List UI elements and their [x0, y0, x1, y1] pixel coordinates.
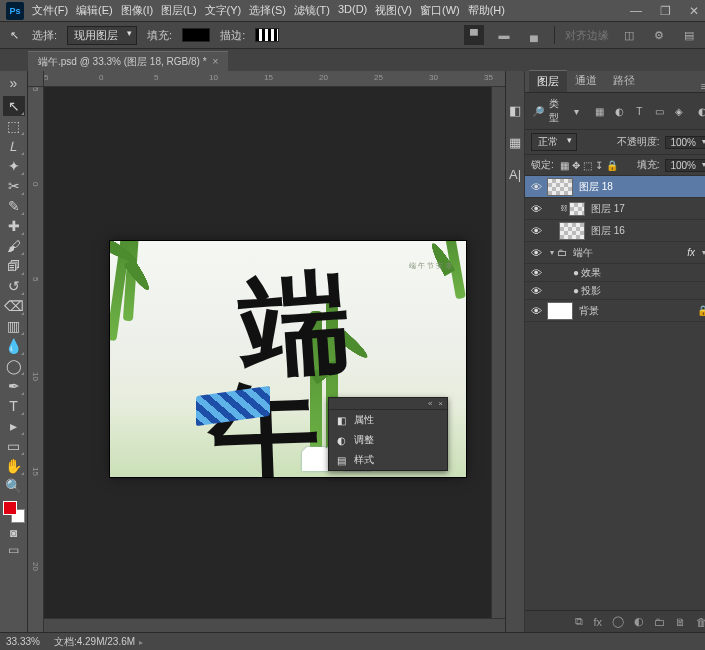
layer-thumbnail[interactable]: [547, 302, 573, 320]
floater-item-调整[interactable]: ◐调整: [329, 430, 447, 450]
hand-tool[interactable]: ✋: [3, 456, 25, 476]
lasso-tool[interactable]: 𝘓: [3, 136, 25, 156]
visibility-toggle-icon[interactable]: 👁: [525, 305, 547, 317]
menu-选择[interactable]: 选择(S): [245, 1, 290, 20]
restore-button[interactable]: ❐: [660, 4, 671, 18]
fx-icon[interactable]: fx: [593, 616, 602, 628]
swatches-icon[interactable]: ▦: [506, 133, 524, 151]
toolbar-toggle-icon[interactable]: »: [3, 73, 25, 93]
layer-list[interactable]: 👁图层 18👁⛓图层 17👁图层 16👁▾🗀端午fx▾👁●效果👁●投影👁背景🔒: [525, 176, 705, 610]
menu-视图[interactable]: 视图(V): [371, 1, 416, 20]
layer-name[interactable]: 背景: [579, 304, 697, 318]
mask-icon[interactable]: ◯: [612, 615, 624, 628]
visibility-toggle-icon[interactable]: 👁: [525, 225, 547, 237]
color-swatches[interactable]: [3, 501, 25, 523]
color-picker-icon[interactable]: ◧: [506, 101, 524, 119]
panel-menu-icon[interactable]: ≡: [697, 80, 705, 92]
rectangle-tool[interactable]: ▭: [3, 436, 25, 456]
layer-row[interactable]: 👁图层 16: [525, 220, 705, 242]
menu-帮助[interactable]: 帮助(H): [464, 1, 509, 20]
align-bottom-icon[interactable]: ▄: [524, 25, 544, 45]
move-tool[interactable]: ↖: [3, 96, 25, 116]
document-tab[interactable]: 端午.psd @ 33.3% (图层 18, RGB/8) * ×: [28, 51, 228, 71]
panel-tab-路径[interactable]: 路径: [605, 70, 643, 92]
lock-artboard-icon[interactable]: ⬚: [583, 160, 592, 171]
layer-row[interactable]: 👁●效果: [525, 264, 705, 282]
dodge-tool[interactable]: ◯: [3, 356, 25, 376]
eraser-tool[interactable]: ⌫: [3, 296, 25, 316]
clone-stamp-tool[interactable]: 🗊: [3, 256, 25, 276]
filter-type-icon[interactable]: T: [631, 103, 647, 119]
vertical-scrollbar[interactable]: [491, 87, 505, 618]
layer-row[interactable]: 👁图层 18: [525, 176, 705, 198]
quick-mask-icon[interactable]: ◙: [3, 526, 25, 540]
menu-文件[interactable]: 文件(F): [28, 1, 72, 20]
search-icon[interactable]: 🔎: [531, 103, 545, 119]
align-middle-icon[interactable]: ▬: [494, 25, 514, 45]
filter-pixel-icon[interactable]: ▦: [591, 103, 607, 119]
stroke-swatch[interactable]: [255, 28, 279, 42]
gradient-tool[interactable]: ▥: [3, 316, 25, 336]
floater-close-icon[interactable]: ×: [438, 399, 443, 408]
filter-smart-icon[interactable]: ◈: [671, 103, 687, 119]
collapsed-properties-panel[interactable]: « × ◧属性◐调整▤样式: [328, 397, 448, 471]
align-top-icon[interactable]: ▀: [464, 25, 484, 45]
horizontal-scrollbar[interactable]: [44, 618, 505, 632]
layer-name[interactable]: 效果: [581, 266, 705, 280]
adjustment-layer-icon[interactable]: ◐: [634, 615, 644, 628]
panel-tab-通道[interactable]: 通道: [567, 70, 605, 92]
foreground-color-swatch[interactable]: [3, 501, 17, 515]
menu-编辑[interactable]: 编辑(E): [72, 1, 117, 20]
type-tool[interactable]: T: [3, 396, 25, 416]
layer-name[interactable]: 图层 16: [591, 224, 705, 238]
twirl-icon[interactable]: ▾: [547, 248, 557, 257]
menu-文字[interactable]: 文字(Y): [201, 1, 246, 20]
fill-opacity-value[interactable]: 100%: [665, 159, 705, 172]
new-layer-icon[interactable]: 🗎: [675, 616, 686, 628]
close-tab-icon[interactable]: ×: [213, 56, 219, 67]
layer-name[interactable]: 图层 17: [591, 202, 705, 216]
screen-mode-icon[interactable]: ▭: [3, 543, 25, 557]
opacity-value[interactable]: 100%: [665, 136, 705, 149]
floater-collapse-icon[interactable]: «: [428, 399, 432, 408]
canvas-viewport[interactable]: 505101520253035 505101520 端 午 端 午 节 安 康 …: [28, 71, 505, 632]
delete-icon[interactable]: 🗑: [696, 616, 705, 628]
group-icon[interactable]: 🗀: [654, 616, 665, 628]
blend-mode-dropdown[interactable]: 正常: [531, 133, 577, 151]
visibility-toggle-icon[interactable]: 👁: [525, 181, 547, 193]
minimize-button[interactable]: —: [630, 4, 642, 18]
fx-twirl-icon[interactable]: ▾: [699, 248, 705, 257]
filter-shape-icon[interactable]: ▭: [651, 103, 667, 119]
visibility-toggle-icon[interactable]: 👁: [525, 285, 547, 297]
filter-adjust-icon[interactable]: ◐: [611, 103, 627, 119]
link-layers-icon[interactable]: ⧉: [575, 615, 583, 628]
layer-thumbnail[interactable]: [559, 222, 585, 240]
layer-thumbnail[interactable]: [547, 178, 573, 196]
visibility-toggle-icon[interactable]: 👁: [525, 203, 547, 215]
layer-thumbnail[interactable]: [569, 202, 585, 216]
arrange-icon[interactable]: ▤: [679, 25, 699, 45]
close-button[interactable]: ✕: [689, 4, 699, 18]
kind-dropdown-icon[interactable]: ▾: [570, 103, 584, 119]
visibility-toggle-icon[interactable]: 👁: [525, 247, 547, 259]
menu-3D[interactable]: 3D(D): [334, 1, 371, 20]
zoom-level[interactable]: 33.33%: [6, 636, 40, 647]
crop-tool[interactable]: ✂: [3, 176, 25, 196]
layer-row[interactable]: 👁●投影: [525, 282, 705, 300]
history-brush-tool[interactable]: ↺: [3, 276, 25, 296]
filter-toggle-icon[interactable]: ◐: [695, 103, 705, 119]
brush-tool[interactable]: 🖌: [3, 236, 25, 256]
layer-row[interactable]: 👁⛓图层 17: [525, 198, 705, 220]
doc-info[interactable]: 文档:4.29M/23.6M: [54, 635, 143, 649]
lock-nested-icon[interactable]: ↧: [595, 160, 603, 171]
panel-tab-图层[interactable]: 图层: [529, 70, 567, 92]
menu-图像[interactable]: 图像(I): [117, 1, 157, 20]
layer-name[interactable]: 投影: [581, 284, 705, 298]
path-select-tool[interactable]: ▸: [3, 416, 25, 436]
floater-item-属性[interactable]: ◧属性: [329, 410, 447, 430]
menu-滤镜[interactable]: 滤镜(T): [290, 1, 334, 20]
gpu-icon[interactable]: ⚙: [649, 25, 669, 45]
layer-row[interactable]: 👁▾🗀端午fx▾: [525, 242, 705, 264]
fill-swatch[interactable]: [182, 28, 210, 42]
type-icon[interactable]: A|: [506, 165, 524, 183]
